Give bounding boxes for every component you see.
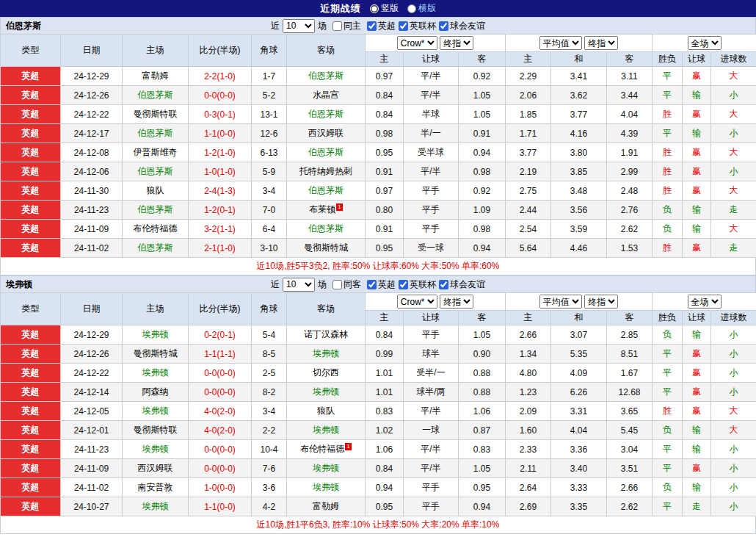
same-venue-filter[interactable]: 同主 bbox=[330, 20, 361, 32]
goals-result-cell: 小 bbox=[711, 364, 756, 383]
average-final-select[interactable]: 终指 bbox=[584, 295, 618, 309]
away-team-cell: 伯恩茅斯 bbox=[287, 105, 366, 124]
league-filter[interactable]: 英联杯 bbox=[396, 20, 436, 32]
avg-draw-cell: 6.26 bbox=[551, 383, 607, 402]
vertical-layout-radio[interactable] bbox=[370, 4, 379, 13]
col-home: 主场 bbox=[123, 293, 189, 325]
odds-final-select[interactable]: 终指 bbox=[440, 295, 473, 309]
corner-cell: 5-4 bbox=[252, 325, 287, 345]
score-cell: 0-0(0-0) bbox=[189, 86, 252, 105]
average-final-select[interactable]: 终指 bbox=[584, 36, 618, 50]
avg-draw-cell: 4.04 bbox=[551, 421, 607, 440]
home-team-cell: 曼彻斯特城 bbox=[123, 345, 189, 364]
games-count-select[interactable]: 10 bbox=[283, 19, 315, 33]
col-avg-home: 主 bbox=[506, 311, 551, 325]
league-filter[interactable]: 英超 bbox=[364, 20, 396, 32]
league-filter[interactable]: 球会友谊 bbox=[436, 278, 485, 291]
same-filter-checkbox[interactable] bbox=[332, 21, 342, 31]
home-team-cell: 伯恩茅斯 bbox=[123, 162, 189, 181]
avg-home-cell: 2.66 bbox=[506, 325, 551, 345]
league-filter[interactable]: 英超 bbox=[364, 278, 396, 291]
average-select[interactable]: 平均值 bbox=[539, 36, 582, 50]
goals-result-cell: 走 bbox=[711, 239, 756, 258]
avg-draw-cell: 3.56 bbox=[551, 201, 607, 220]
league-filter-checkbox[interactable] bbox=[439, 280, 448, 289]
home-team-cell: 埃弗顿 bbox=[123, 402, 189, 421]
fulltime-select[interactable]: 全场 bbox=[688, 36, 722, 50]
avg-home-cell: 2.09 bbox=[506, 402, 551, 421]
avg-home-cell: 1.34 bbox=[506, 345, 551, 364]
home-team-cell: 埃弗顿 bbox=[123, 325, 189, 345]
result-cell: 胜 bbox=[653, 162, 683, 181]
goals-result-cell: 小 bbox=[711, 459, 756, 478]
league-filter[interactable]: 球会友谊 bbox=[436, 20, 485, 32]
goals-result-cell: 大 bbox=[711, 402, 756, 421]
avg-away-cell: 2.99 bbox=[607, 162, 653, 181]
horizontal-layout-radio[interactable] bbox=[407, 4, 416, 13]
corner-cell: 5-9 bbox=[252, 162, 287, 181]
odds-away-cell: 0.95 bbox=[459, 478, 506, 497]
same-venue-filter[interactable]: 同客 bbox=[330, 278, 361, 291]
red-card-badge: 1 bbox=[336, 203, 342, 211]
date-cell: 24-11-09 bbox=[61, 459, 123, 478]
col-score: 比分(半场) bbox=[189, 35, 252, 67]
league-filter-checkbox[interactable] bbox=[399, 21, 408, 31]
same-filter-checkbox[interactable] bbox=[332, 280, 342, 289]
league-cell: 英超 bbox=[1, 402, 61, 421]
date-cell: 24-11-23 bbox=[61, 440, 123, 459]
games-count-select[interactable]: 10 bbox=[283, 278, 315, 292]
goals-result-cell: 小 bbox=[711, 497, 756, 516]
match-row: 英超24-12-26伯恩茅斯0-0(0-0)5-2水晶宫0.84平/半1.052… bbox=[1, 86, 756, 105]
away-team-cell: 伯恩茅斯 bbox=[287, 143, 366, 162]
odds-away-cell: 0.92 bbox=[459, 181, 506, 201]
score-cell: 4-0(2-0) bbox=[189, 421, 252, 440]
col-avg-home: 主 bbox=[506, 52, 551, 67]
bookmaker-select[interactable]: Crow* bbox=[397, 295, 437, 309]
avg-home-cell: 2.29 bbox=[506, 67, 551, 86]
home-team-cell: 富勒姆 bbox=[123, 67, 189, 86]
avg-away-cell: 2.62 bbox=[607, 497, 653, 516]
header-group-row: 类型 日期 主场 比分(半场) 角球 客场 Crow* 终指 平均值 终指 bbox=[1, 293, 756, 311]
odds-final-select[interactable]: 终指 bbox=[440, 36, 473, 50]
home-team-cell: 阿森纳 bbox=[123, 383, 189, 402]
corner-cell: 4-2 bbox=[252, 497, 287, 516]
league-filter-checkbox[interactable] bbox=[367, 280, 377, 289]
league-filter-checkbox[interactable] bbox=[367, 21, 377, 31]
goals-result-cell: 小 bbox=[711, 345, 756, 364]
avg-away-cell: 3.04 bbox=[607, 440, 653, 459]
layout-vertical-option[interactable]: 竖版 bbox=[370, 2, 399, 15]
home-team-cell: 埃弗顿 bbox=[123, 440, 189, 459]
league-filter[interactable]: 英联杯 bbox=[396, 278, 436, 291]
odds-home-cell: 0.97 bbox=[366, 181, 404, 201]
result-cell: 平 bbox=[653, 440, 683, 459]
avg-away-cell: 1.91 bbox=[607, 143, 653, 162]
odds-handicap-cell: 平/半 bbox=[404, 86, 459, 105]
handicap-result-cell: 赢 bbox=[683, 67, 711, 86]
fulltime-select[interactable]: 全场 bbox=[688, 295, 722, 309]
handicap-result-cell: 输 bbox=[683, 421, 711, 440]
avg-home-cell: 2.33 bbox=[506, 440, 551, 459]
bookmaker-select[interactable]: Crow* bbox=[397, 36, 437, 50]
league-filter-checkbox[interactable] bbox=[439, 21, 448, 31]
avg-draw-cell: 3.31 bbox=[551, 402, 607, 421]
layout-horizontal-option[interactable]: 横版 bbox=[407, 2, 436, 15]
league-filter-checkbox[interactable] bbox=[399, 280, 408, 289]
match-row: 英超24-11-09西汉姆联0-0(0-0)7-6埃弗顿0.84平/半1.052… bbox=[1, 459, 756, 478]
away-team-cell: 埃弗顿 bbox=[287, 459, 366, 478]
corner-cell: 5-2 bbox=[252, 86, 287, 105]
avg-home-cell: 2.19 bbox=[506, 162, 551, 181]
team-section: 埃弗顿 近 10 场 同客 英超英联杯球会友谊 bbox=[0, 275, 756, 534]
odds-away-cell: 0.91 bbox=[459, 124, 506, 143]
goals-result-cell: 大 bbox=[711, 220, 756, 239]
corner-cell: 8-5 bbox=[252, 345, 287, 364]
league-cell: 英超 bbox=[1, 143, 61, 162]
away-team-cell: 富勒姆 bbox=[287, 497, 366, 516]
near-label: 近 bbox=[271, 20, 280, 32]
match-row: 英超24-11-02伯恩茅斯2-1(1-0)3-10曼彻斯特城0.95受一球0.… bbox=[1, 239, 756, 258]
corner-cell: 8-2 bbox=[252, 383, 287, 402]
date-cell: 24-11-09 bbox=[61, 220, 123, 239]
average-select[interactable]: 平均值 bbox=[539, 295, 582, 309]
col-score: 比分(半场) bbox=[189, 293, 252, 325]
avg-away-cell: 3.11 bbox=[607, 67, 653, 86]
odds-handicap-cell: 平/半 bbox=[404, 162, 459, 181]
